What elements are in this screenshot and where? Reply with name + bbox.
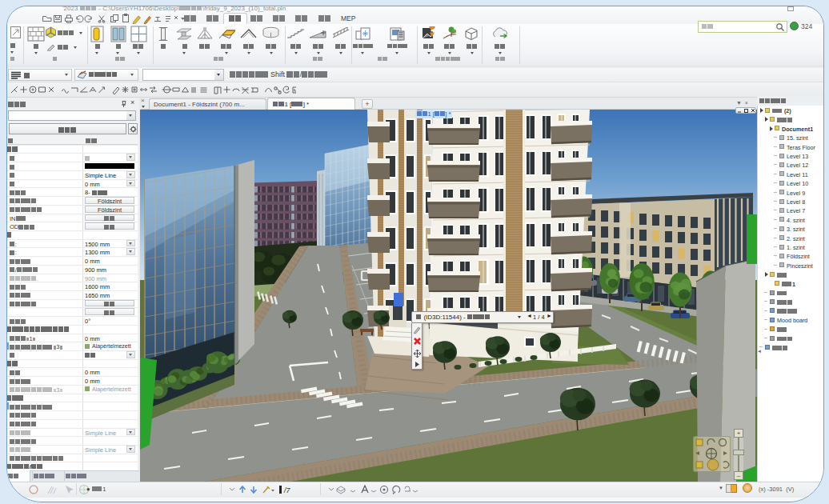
svg-text:/7: /7: [283, 486, 291, 494]
